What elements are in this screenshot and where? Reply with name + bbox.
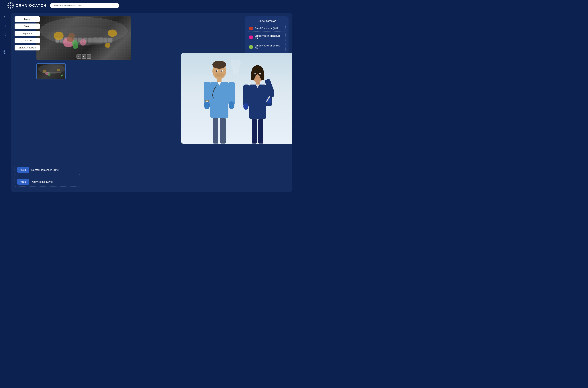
stat-item-1: %80 Yatay Kemik Kaybı xyxy=(15,177,80,187)
sidebar-comment-icon[interactable] xyxy=(2,41,7,46)
svg-point-15 xyxy=(4,50,5,51)
legend-text-2: Dental Problemler Gömülü Diş xyxy=(255,45,284,49)
stats-container: %93 Dental Problemler Çürük %80 Yatay Ke… xyxy=(15,165,80,187)
svg-rect-35 xyxy=(43,72,61,73)
sidebar-square-icon[interactable]: □ xyxy=(2,23,7,28)
jaw-svg xyxy=(36,16,131,60)
svg-point-58 xyxy=(259,73,260,75)
svg-rect-33 xyxy=(108,38,112,43)
svg-rect-53 xyxy=(206,100,208,102)
svg-point-18 xyxy=(6,52,6,52)
svg-point-37 xyxy=(212,61,226,69)
svg-point-41 xyxy=(221,70,222,72)
segment-button[interactable]: Segment xyxy=(15,31,40,36)
header: CRANIOCATCH xyxy=(0,0,294,11)
detect-button[interactable]: Detect xyxy=(15,24,40,29)
url-bar[interactable] xyxy=(50,3,119,8)
logo: CRANIOCATCH xyxy=(7,2,47,9)
dentist-photo-overlay xyxy=(181,53,292,144)
legend-item-0[interactable]: Dental Problemler Çürük xyxy=(248,25,286,31)
svg-rect-32 xyxy=(103,38,107,43)
annotation-pink-2 xyxy=(80,39,86,46)
dentists-background xyxy=(181,53,292,144)
checkmark-icon: ✓ xyxy=(60,73,64,78)
craniocatch-logo-icon xyxy=(7,2,14,9)
main-container: ↖ □ xyxy=(0,11,294,194)
thumbnail-item-1[interactable]: ✓ xyxy=(36,63,66,79)
annotation-yellow-2 xyxy=(108,29,117,37)
svg-rect-31 xyxy=(98,37,103,43)
svg-point-14 xyxy=(4,51,5,53)
xray-image-container: ‹ ▾ › xyxy=(36,16,131,60)
content-area: Move Detect Segment Comment Start AI Ana… xyxy=(11,13,292,192)
svg-rect-70 xyxy=(258,119,263,144)
stats-area: %93 Dental Problemler Çürük %80 Yatay Ke… xyxy=(11,161,84,192)
svg-point-13 xyxy=(3,51,6,53)
svg-point-8 xyxy=(5,33,6,34)
svg-point-9 xyxy=(5,35,6,36)
svg-line-11 xyxy=(4,35,5,36)
svg-rect-44 xyxy=(210,82,228,118)
annotation-yellow-1 xyxy=(53,32,64,40)
svg-point-2 xyxy=(10,5,11,6)
svg-rect-12 xyxy=(3,42,6,44)
annotation-yellow-3 xyxy=(105,43,110,48)
legend-color-2 xyxy=(249,45,253,49)
stat-label-0: Dental Problemler Çürük xyxy=(31,169,59,171)
svg-rect-30 xyxy=(93,37,98,43)
svg-point-57 xyxy=(255,73,256,75)
start-ai-button[interactable]: Start AI Analysis xyxy=(15,45,40,50)
sidebar-cursor-icon[interactable]: ↖ xyxy=(2,15,7,20)
tooth-background-icon xyxy=(230,58,245,76)
svg-rect-60 xyxy=(249,85,266,119)
tool-buttons: Move Detect Segment Comment Start AI Ana… xyxy=(15,16,40,50)
svg-point-48 xyxy=(229,101,235,109)
stat-badge-0: %93 xyxy=(17,167,29,173)
svg-rect-50 xyxy=(213,118,218,144)
sidebar-settings-icon[interactable] xyxy=(2,49,7,55)
legend-item-2[interactable]: Dental Problemler Gömülü Diş xyxy=(248,43,286,51)
svg-point-7 xyxy=(3,34,4,35)
stat-badge-1: %80 xyxy=(17,179,29,185)
svg-point-40 xyxy=(216,70,217,72)
stat-label-1: Yatay Kemik Kaybı xyxy=(31,180,53,183)
svg-point-17 xyxy=(3,52,3,52)
legend-color-1 xyxy=(249,36,253,39)
svg-rect-69 xyxy=(252,119,257,144)
logo-text: CRANIOCATCH xyxy=(16,3,47,8)
legend-item-1[interactable]: Dental Problems Rezidüel Kök xyxy=(248,33,286,41)
stat-item-0: %93 Dental Problemler Çürük xyxy=(15,165,80,175)
female-dentist-figure xyxy=(241,64,274,144)
xray-prev-button[interactable]: ‹ xyxy=(76,54,81,59)
move-button[interactable]: Move xyxy=(15,16,40,22)
sidebar-network-icon[interactable] xyxy=(2,32,7,37)
xray-background xyxy=(36,16,131,60)
xray-next-button[interactable]: › xyxy=(87,54,91,59)
svg-point-16 xyxy=(4,53,5,54)
svg-point-66 xyxy=(244,103,248,107)
comment-button[interactable]: Comment xyxy=(15,38,40,43)
legend-text-0: Dental Problemler Çürük xyxy=(255,27,278,29)
svg-rect-29 xyxy=(88,38,93,43)
xray-navigation: ‹ ▾ › xyxy=(76,54,91,59)
left-sidebar: ↖ □ xyxy=(0,11,9,194)
svg-point-42 xyxy=(215,73,224,77)
ek-aciklamalar-title: Ek Açıklamalar xyxy=(248,19,286,23)
legend-text-1: Dental Problems Rezidüel Kök xyxy=(255,35,284,40)
svg-line-10 xyxy=(4,34,5,35)
legend-color-0 xyxy=(249,26,253,30)
svg-rect-51 xyxy=(220,118,226,144)
xray-dropdown-button[interactable]: ▾ xyxy=(82,54,86,59)
